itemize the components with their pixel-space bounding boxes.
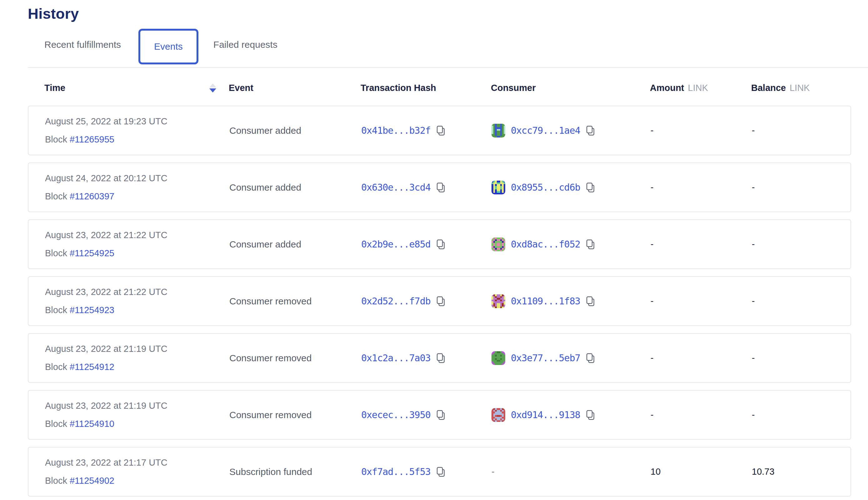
tab-recent-fulfillments[interactable]: Recent fulfillments — [44, 39, 121, 50]
transaction-hash-link[interactable]: 0x41be...b32f — [361, 125, 431, 136]
sort-desc-icon — [209, 89, 216, 92]
event-date: August 25, 2022 at 19:23 UTC — [45, 116, 229, 127]
sort-indicator[interactable] — [209, 83, 216, 92]
consumer-avatar — [491, 124, 505, 137]
copy-consumer-address-icon[interactable] — [586, 125, 595, 136]
block-line: Block #11254910 — [45, 419, 229, 429]
consumer-address-link: - — [491, 467, 495, 477]
consumer-address-link[interactable]: 0xd914...9138 — [511, 409, 580, 420]
amount-value: - — [651, 125, 752, 136]
table-row: August 25, 2022 at 19:23 UTC Block #1126… — [28, 106, 851, 155]
block-number-link[interactable]: #11254912 — [70, 362, 114, 372]
tab-events[interactable]: Events — [138, 29, 198, 64]
block-label: Block — [45, 248, 67, 258]
block-number-link[interactable]: #11260397 — [70, 191, 114, 201]
consumer-cell: 0xd914...9138 — [491, 408, 651, 422]
block-number-link[interactable]: #11254902 — [70, 476, 114, 486]
copy-transaction-hash-icon[interactable] — [436, 296, 446, 307]
table-row: August 23, 2022 at 21:19 UTC Block #1125… — [28, 390, 851, 440]
transaction-hash-link[interactable]: 0x2b9e...e85d — [361, 239, 431, 250]
amount-value: - — [651, 296, 752, 306]
table-row: August 23, 2022 at 21:19 UTC Block #1125… — [28, 333, 851, 383]
transaction-hash-cell: 0x41be...b32f — [361, 125, 491, 136]
table-row: August 23, 2022 at 21:17 UTC Block #1125… — [28, 447, 851, 497]
time-cell: August 23, 2022 at 21:17 UTC Block #1125… — [45, 457, 229, 486]
consumer-address-link[interactable]: 0x1109...1f83 — [511, 296, 580, 307]
transaction-hash-cell: 0x2b9e...e85d — [361, 239, 491, 250]
event-date: August 23, 2022 at 21:17 UTC — [45, 457, 229, 468]
block-label: Block — [45, 476, 67, 486]
consumer-address-link[interactable]: 0xcc79...1ae4 — [511, 125, 580, 136]
transaction-hash-link[interactable]: 0xecec...3950 — [361, 409, 431, 420]
block-number-link[interactable]: #11254925 — [70, 248, 114, 258]
copy-transaction-hash-icon[interactable] — [436, 410, 446, 420]
copy-consumer-address-icon[interactable] — [586, 296, 595, 307]
transaction-hash-cell: 0x630e...3cd4 — [361, 182, 491, 193]
block-label: Block — [45, 362, 67, 372]
block-line: Block #11254902 — [45, 476, 229, 486]
consumer-avatar — [491, 351, 505, 365]
balance-value: - — [752, 182, 850, 193]
table-body: August 25, 2022 at 19:23 UTC Block #1126… — [0, 106, 868, 497]
copy-consumer-address-icon[interactable] — [586, 239, 595, 250]
balance-value: - — [752, 410, 850, 420]
consumer-cell: 0x8955...cd6b — [491, 181, 651, 194]
transaction-hash-cell: 0xecec...3950 — [361, 409, 491, 420]
table-row: August 23, 2022 at 21:22 UTC Block #1125… — [28, 276, 851, 326]
amount-label: Amount — [650, 83, 684, 93]
copy-transaction-hash-icon[interactable] — [436, 467, 446, 477]
column-header-time[interactable]: Time — [44, 83, 229, 93]
consumer-cell: 0xd8ac...f052 — [491, 238, 651, 251]
transaction-hash-link[interactable]: 0xf7ad...5f53 — [361, 466, 431, 477]
column-header-event: Event — [229, 83, 361, 93]
block-line: Block #11260397 — [45, 191, 229, 202]
copy-transaction-hash-icon[interactable] — [436, 125, 446, 136]
time-cell: August 23, 2022 at 21:19 UTC Block #1125… — [45, 344, 229, 372]
amount-value: 10 — [651, 467, 752, 477]
column-header-time-label: Time — [44, 83, 65, 93]
event-type: Consumer removed — [229, 410, 361, 420]
transaction-hash-link[interactable]: 0x1c2a...7a03 — [361, 352, 431, 363]
block-label: Block — [45, 305, 67, 315]
consumer-cell: - — [491, 467, 651, 477]
consumer-address-link[interactable]: 0xd8ac...f052 — [511, 239, 580, 250]
history-page: History Recent fulfillments Events Faile… — [0, 5, 868, 500]
balance-value: - — [752, 239, 850, 249]
column-header-consumer: Consumer — [491, 83, 650, 93]
page-title: History — [28, 5, 868, 22]
transaction-hash-link[interactable]: 0x2d52...f7db — [361, 296, 431, 307]
block-number-link[interactable]: #11254923 — [70, 305, 114, 315]
block-label: Block — [45, 134, 67, 144]
event-date: August 24, 2022 at 20:12 UTC — [45, 173, 229, 183]
event-date: August 23, 2022 at 21:19 UTC — [45, 344, 229, 354]
time-cell: August 25, 2022 at 19:23 UTC Block #1126… — [45, 116, 229, 145]
balance-label: Balance — [751, 83, 786, 93]
time-cell: August 24, 2022 at 20:12 UTC Block #1126… — [45, 173, 229, 202]
consumer-avatar — [491, 408, 505, 422]
block-number-link[interactable]: #11254910 — [70, 419, 114, 429]
balance-unit-label: LINK — [790, 83, 810, 93]
amount-value: - — [651, 182, 752, 193]
copy-transaction-hash-icon[interactable] — [436, 239, 446, 250]
event-date: August 23, 2022 at 21:22 UTC — [45, 287, 229, 297]
copy-consumer-address-icon[interactable] — [586, 410, 595, 420]
copy-consumer-address-icon[interactable] — [586, 182, 595, 193]
copy-transaction-hash-icon[interactable] — [436, 182, 446, 193]
consumer-address-link[interactable]: 0x8955...cd6b — [511, 182, 580, 193]
block-label: Block — [45, 419, 67, 429]
table-header: Time Event Transaction Hash Consumer Amo… — [28, 68, 851, 106]
table-row: August 24, 2022 at 20:12 UTC Block #1126… — [28, 162, 851, 212]
consumer-avatar — [491, 181, 505, 194]
consumer-address-link[interactable]: 0x3e77...5eb7 — [511, 352, 580, 363]
amount-value: - — [651, 239, 752, 249]
block-number-link[interactable]: #11265955 — [70, 134, 114, 144]
time-cell: August 23, 2022 at 21:22 UTC Block #1125… — [45, 230, 229, 259]
event-type: Consumer added — [229, 239, 361, 250]
transaction-hash-link[interactable]: 0x630e...3cd4 — [361, 182, 431, 193]
tab-failed-requests[interactable]: Failed requests — [214, 39, 277, 50]
copy-transaction-hash-icon[interactable] — [436, 353, 446, 363]
column-header-balance: Balance LINK — [751, 83, 851, 93]
time-cell: August 23, 2022 at 21:19 UTC Block #1125… — [45, 401, 229, 429]
consumer-cell: 0x1109...1f83 — [491, 294, 651, 308]
copy-consumer-address-icon[interactable] — [586, 353, 595, 363]
